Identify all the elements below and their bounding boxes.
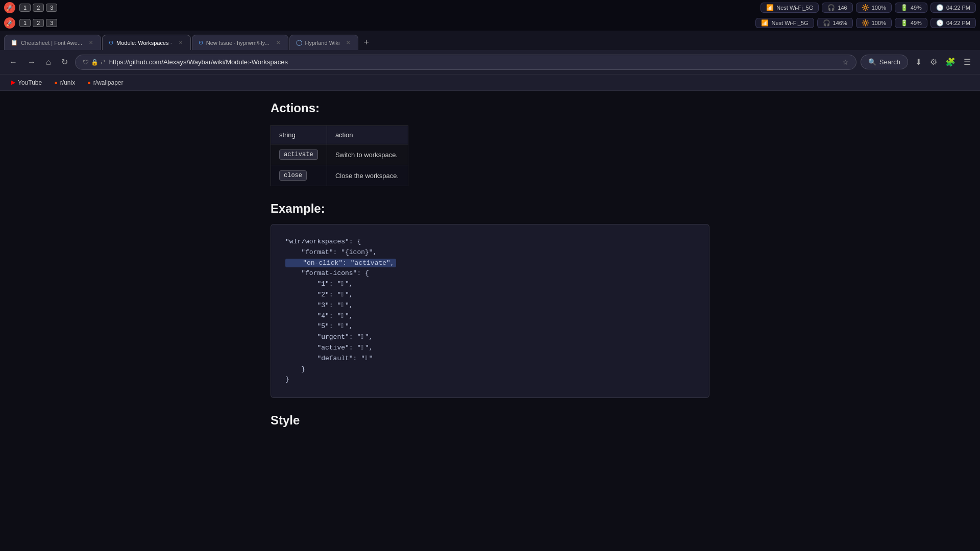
workspace-btn-2-bottom[interactable]: 2 <box>33 19 44 27</box>
tab-favicon-hyprland-wiki: ◯ <box>296 39 302 46</box>
tab-cheatsheet[interactable]: 📋 Cheatsheet | Font Awe... ✕ <box>4 35 101 50</box>
bookmarks-bar: ▶ YouTube ● r/unix ● r/wallpaper <box>0 74 980 91</box>
code-line-11: "default": "󰦞" <box>285 354 695 364</box>
reload-button[interactable]: ↻ <box>58 55 71 69</box>
battery-label-bottom: 49% <box>911 20 922 26</box>
tab-title-workspaces: Module: Workspaces · <box>116 40 172 46</box>
wifi-label-top: Nest Wi-Fi_5G <box>776 5 813 11</box>
tab-bar: 📋 Cheatsheet | Font Awe... ✕ ⊙ Module: W… <box>0 31 980 50</box>
battery-icon-top: 🔋 <box>900 4 908 11</box>
nav-right-icons: ⬇ ⚙ 🧩 ☰ <box>912 55 974 69</box>
tab-favicon-workspaces: ⊙ <box>109 39 113 46</box>
youtube-icon: ▶ <box>11 79 15 86</box>
bookmark-youtube-label: YouTube <box>18 79 42 86</box>
code-line-5: "2": "󰲢", <box>285 290 695 300</box>
bookmark-wallpaper[interactable]: ● r/wallpaper <box>84 78 126 87</box>
code-line-2: "on-click": "activate", <box>285 258 695 269</box>
audio-label-bottom: 146% <box>833 20 847 26</box>
string-activate: activate <box>271 144 327 165</box>
code-badge-close: close <box>279 170 307 181</box>
tab-close-workspaces[interactable]: ✕ <box>177 39 184 46</box>
extensions-button[interactable]: 🧩 <box>942 55 959 69</box>
brightness-indicator-bottom: 🔆 100% <box>856 18 892 28</box>
code-line-7: "4": "󰲦", <box>285 311 695 322</box>
actions-table: string action activate Switch to workspa… <box>271 126 408 186</box>
code-line-4: "1": "󰲠", <box>285 279 695 290</box>
audio-indicator-bottom: 🎧 146% <box>817 18 853 28</box>
search-label: Search <box>879 58 900 66</box>
new-tab-button[interactable]: + <box>359 35 373 50</box>
col-action: action <box>327 126 408 144</box>
tab-close-hyprland-wiki[interactable]: ✕ <box>345 39 352 46</box>
system-indicators-top: 📶 Nest Wi-Fi_5G 🎧 146 🔆 100% 🔋 49% 🕓 04:… <box>761 3 976 13</box>
brightness-icon-top: 🔆 <box>862 4 869 11</box>
clock-label-bottom: 04:22 PM <box>946 20 970 26</box>
code-line-1: "format": "{icon}", <box>285 247 695 258</box>
launcher-icon-bottom[interactable]: 🚀 <box>4 17 15 29</box>
code-line-0: "wlr/workspaces": { <box>285 237 695 247</box>
shield-icon: 🛡 <box>83 59 89 66</box>
tab-title-hyprland-wiki: Hyprland Wiki <box>305 40 340 46</box>
back-button[interactable]: ← <box>6 56 20 69</box>
string-close: close <box>271 165 327 186</box>
code-line-8: "5": "󰲨", <box>285 321 695 332</box>
transfer-icon: ⇄ <box>101 59 105 65</box>
workspace-buttons-top: 1 2 3 <box>19 4 57 12</box>
style-heading: Style <box>271 413 709 428</box>
battery-indicator-bottom: 🔋 49% <box>895 18 927 28</box>
workspace-btn-3-top[interactable]: 3 <box>46 4 57 12</box>
tab-workspaces[interactable]: ⊙ Module: Workspaces · ✕ <box>102 35 191 50</box>
address-bar[interactable]: 🛡 🔒 ⇄ https://github.com/Alexays/Waybar/… <box>75 55 856 70</box>
address-url: https://github.com/Alexays/Waybar/wiki/M… <box>109 58 838 66</box>
code-badge-activate: activate <box>279 149 318 160</box>
workspace-buttons-bottom: 1 2 3 <box>19 19 57 27</box>
wifi-icon-bottom: 📶 <box>761 19 769 27</box>
download-button[interactable]: ⬇ <box>912 55 925 69</box>
launcher-icon-top[interactable]: 🚀 <box>4 2 15 13</box>
bookmark-star-icon[interactable]: ☆ <box>842 58 849 66</box>
wifi-indicator-bottom: 📶 Nest Wi-Fi_5G <box>755 18 814 28</box>
clock-icon-top: 🕓 <box>936 4 944 11</box>
tab-close-cheatsheet[interactable]: ✕ <box>87 39 94 46</box>
wifi-label-bottom: Nest Wi-Fi_5G <box>771 20 808 26</box>
brightness-indicator-top: 🔆 100% <box>856 3 892 13</box>
nav-bar: ← → ⌂ ↻ 🛡 🔒 ⇄ https://github.com/Alexays… <box>0 50 980 74</box>
clock-indicator-bottom: 🕓 04:22 PM <box>930 18 976 28</box>
tab-hyprland-wiki[interactable]: ◯ Hyprland Wiki ✕ <box>289 35 359 50</box>
battery-indicator-top: 🔋 49% <box>895 3 927 13</box>
actions-heading: Actions: <box>271 101 709 115</box>
content-wrapper: Actions: string action activate Switch t… <box>260 101 720 428</box>
table-row-close: close Close the workspace. <box>271 165 408 186</box>
forward-button[interactable]: → <box>24 56 39 69</box>
bookmark-youtube[interactable]: ▶ YouTube <box>8 78 45 87</box>
unix-icon: ● <box>54 80 58 86</box>
menu-button[interactable]: ☰ <box>961 55 974 69</box>
workspace-btn-2-top[interactable]: 2 <box>33 4 44 12</box>
code-block: "wlr/workspaces": { "format": "{icon}", … <box>271 224 709 398</box>
workspace-btn-1-bottom[interactable]: 1 <box>19 19 31 27</box>
code-line-9: "urgent": "󰀧", <box>285 332 695 343</box>
tab-new-issue[interactable]: ⊙ New Issue · hyprwm/Hy... ✕ <box>192 35 288 50</box>
page-content[interactable]: Actions: string action activate Switch t… <box>0 91 980 551</box>
home-button[interactable]: ⌂ <box>43 56 54 69</box>
workspace-btn-1-top[interactable]: 1 <box>19 4 31 12</box>
wifi-icon-top: 📶 <box>766 4 774 11</box>
search-button[interactable]: 🔍 Search <box>861 55 908 69</box>
audio-icon-top: 🎧 <box>827 4 835 11</box>
settings-button[interactable]: ⚙ <box>927 55 940 69</box>
wifi-indicator-top: 📶 Nest Wi-Fi_5G <box>761 3 819 13</box>
clock-label-top: 04:22 PM <box>946 5 970 11</box>
col-string: string <box>271 126 327 144</box>
battery-icon-bottom: 🔋 <box>900 19 908 27</box>
audio-icon-bottom: 🎧 <box>823 19 830 27</box>
workspace-btn-3-bottom[interactable]: 3 <box>46 19 57 27</box>
search-icon: 🔍 <box>868 58 876 66</box>
tab-close-new-issue[interactable]: ✕ <box>275 39 282 46</box>
audio-label-top: 146 <box>838 5 847 11</box>
security-icons: 🛡 🔒 ⇄ <box>83 59 105 66</box>
wallpaper-icon: ● <box>87 80 91 86</box>
bookmark-unix[interactable]: ● r/unix <box>51 78 78 87</box>
battery-label-top: 49% <box>911 5 922 11</box>
action-activate: Switch to workspace. <box>327 144 408 165</box>
tab-title-cheatsheet: Cheatsheet | Font Awe... <box>21 40 82 46</box>
